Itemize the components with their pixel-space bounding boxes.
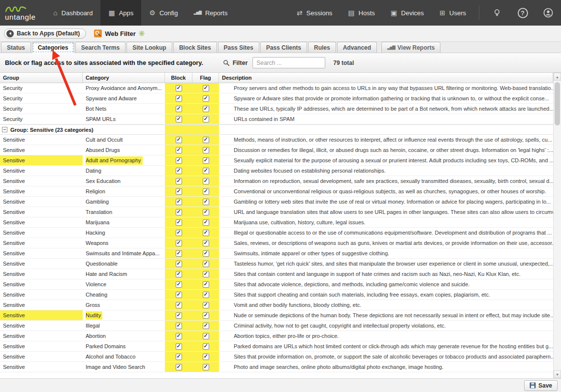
table-row[interactable]: SensitiveDatingDating websites focused o… xyxy=(0,166,553,176)
table-row[interactable]: SensitiveGamblingGambling or lottery web… xyxy=(0,197,553,207)
save-button[interactable]: Save xyxy=(524,380,558,391)
nav-item-users[interactable]: ⊞Users xyxy=(432,0,474,26)
flag-checkbox[interactable] xyxy=(203,147,209,153)
search-input[interactable] xyxy=(252,57,325,68)
block-checkbox[interactable] xyxy=(176,106,182,112)
table-row[interactable]: SensitiveAbused DrugsDiscussion or remed… xyxy=(0,145,553,155)
table-row[interactable]: SensitiveImage and Video SearchPhoto and… xyxy=(0,362,553,372)
block-checkbox[interactable] xyxy=(176,261,182,267)
tab-site-lookup[interactable]: Site Lookup xyxy=(126,42,172,53)
column-header-description[interactable]: Description xyxy=(219,73,553,83)
help-button[interactable]: ? xyxy=(510,0,535,26)
block-checkbox[interactable] xyxy=(176,292,182,298)
block-checkbox[interactable] xyxy=(176,116,182,122)
block-checkbox[interactable] xyxy=(176,354,182,360)
block-checkbox[interactable] xyxy=(176,250,182,257)
block-checkbox[interactable] xyxy=(176,209,182,215)
table-row[interactable]: SensitiveMarijuanaMarijuana use, cultiva… xyxy=(0,217,553,228)
flag-checkbox[interactable] xyxy=(203,178,209,184)
block-checkbox[interactable] xyxy=(176,281,182,288)
nav-item-apps[interactable]: ▦Apps xyxy=(100,0,141,26)
flag-checkbox[interactable] xyxy=(203,261,209,267)
flag-checkbox[interactable] xyxy=(203,116,209,122)
nav-item-config[interactable]: ⚙Config xyxy=(141,0,186,26)
tab-status[interactable]: Status xyxy=(1,42,31,53)
block-checkbox[interactable] xyxy=(176,188,182,195)
flag-checkbox[interactable] xyxy=(203,343,209,350)
table-row[interactable]: SecurityProxy Avoidance and Anonym...Pro… xyxy=(0,83,553,93)
block-checkbox[interactable] xyxy=(176,168,182,174)
collapse-group-icon[interactable] xyxy=(2,127,7,132)
tab-rules[interactable]: Rules xyxy=(308,42,336,53)
table-row[interactable]: SensitiveIllegalCriminal activity, how n… xyxy=(0,321,553,331)
block-checkbox[interactable] xyxy=(176,199,182,205)
column-header-flag[interactable]: Flag xyxy=(192,73,219,83)
table-row[interactable]: SensitiveSex EducationInformation on rep… xyxy=(0,176,553,186)
table-row[interactable]: SensitiveCult and OccultMethods, means o… xyxy=(0,135,553,145)
nav-item-devices[interactable]: ▣Devices xyxy=(383,0,432,26)
tab-view-reports[interactable]: ▂▅▇View Reports xyxy=(381,42,440,53)
table-row[interactable]: SensitiveWeaponsSales, reviews, or descr… xyxy=(0,238,553,248)
tab-pass-clients[interactable]: Pass Clients xyxy=(260,42,307,53)
flag-checkbox[interactable] xyxy=(203,230,209,236)
table-row[interactable]: SensitiveParked DomainsParked domains ar… xyxy=(0,341,553,352)
block-checkbox[interactable] xyxy=(176,271,182,277)
block-checkbox[interactable] xyxy=(176,323,182,329)
tab-categories[interactable]: Categories xyxy=(32,42,74,53)
block-checkbox[interactable] xyxy=(176,147,182,153)
flag-checkbox[interactable] xyxy=(203,364,209,370)
table-row[interactable]: SensitiveAbortionAbortion topics, either… xyxy=(0,331,553,341)
flag-checkbox[interactable] xyxy=(203,95,209,102)
settings-gear-icon[interactable] xyxy=(139,30,145,36)
flag-checkbox[interactable] xyxy=(203,106,209,112)
flag-checkbox[interactable] xyxy=(203,209,209,215)
nav-item-sessions[interactable]: ⇄Sessions xyxy=(289,0,340,26)
flag-checkbox[interactable] xyxy=(203,281,209,288)
scroll-up-button[interactable]: ▲ xyxy=(554,73,561,81)
group-header-row[interactable]: Group: Sensitive (23 categories) xyxy=(0,124,553,135)
table-row[interactable]: SensitiveHate and RacismSites that conta… xyxy=(0,269,553,279)
block-checkbox[interactable] xyxy=(176,333,182,339)
block-checkbox[interactable] xyxy=(176,178,182,184)
block-checkbox[interactable] xyxy=(176,364,182,370)
flag-checkbox[interactable] xyxy=(203,157,209,164)
flag-checkbox[interactable] xyxy=(203,354,209,360)
table-row[interactable]: SensitiveNudityNude or seminude depictio… xyxy=(0,310,553,321)
flag-checkbox[interactable] xyxy=(203,302,209,308)
table-row[interactable]: SensitiveReligionConventional or unconve… xyxy=(0,186,553,197)
account-button[interactable] xyxy=(535,0,561,26)
flag-checkbox[interactable] xyxy=(203,199,209,205)
table-row[interactable]: SensitiveViolenceSites that advocate vio… xyxy=(0,279,553,290)
flag-checkbox[interactable] xyxy=(203,219,209,226)
flag-checkbox[interactable] xyxy=(203,188,209,195)
table-row[interactable]: SensitiveQuestionableTasteless humor, 'g… xyxy=(0,259,553,269)
nav-item-hosts[interactable]: ▤Hosts xyxy=(340,0,382,26)
table-row[interactable]: SensitiveTranslationURL and language tra… xyxy=(0,207,553,217)
notifications-button[interactable] xyxy=(484,0,510,26)
table-row[interactable]: SecuritySpyware and AdwareSpyware or Adw… xyxy=(0,93,553,104)
table-row[interactable]: SecurityBot NetsThese are URLs, typicall… xyxy=(0,104,553,114)
vertical-scrollbar[interactable]: ▲ ▼ xyxy=(553,73,561,378)
table-row[interactable]: SensitiveHackingIllegal or questionable … xyxy=(0,228,553,238)
flag-checkbox[interactable] xyxy=(203,168,209,174)
table-row[interactable]: SensitiveCheatingSites that support chea… xyxy=(0,290,553,300)
untangle-logo[interactable]: untangle xyxy=(0,0,45,26)
block-checkbox[interactable] xyxy=(176,219,182,226)
table-row[interactable]: SensitiveAdult and PornographySexually e… xyxy=(0,155,553,166)
flag-checkbox[interactable] xyxy=(203,85,209,91)
table-row[interactable]: SensitiveSwimsuits and Intimate Appa...S… xyxy=(0,248,553,259)
block-checkbox[interactable] xyxy=(176,343,182,350)
flag-checkbox[interactable] xyxy=(203,292,209,298)
block-checkbox[interactable] xyxy=(176,85,182,91)
block-checkbox[interactable] xyxy=(176,157,182,164)
block-checkbox[interactable] xyxy=(176,137,182,143)
column-header-category[interactable]: Category xyxy=(83,73,165,83)
block-checkbox[interactable] xyxy=(176,302,182,308)
flag-checkbox[interactable] xyxy=(203,323,209,329)
table-row[interactable]: SensitiveGrossVomit and other bodily fun… xyxy=(0,300,553,310)
block-checkbox[interactable] xyxy=(176,95,182,102)
flag-checkbox[interactable] xyxy=(203,250,209,257)
table-row[interactable]: SecuritySPAM URLsURLs contained in SPAM xyxy=(0,114,553,124)
table-row[interactable]: SensitiveAlcohol and TobaccoSites that p… xyxy=(0,352,553,362)
back-to-apps-button[interactable]: Back to Apps (Default) xyxy=(4,29,86,39)
